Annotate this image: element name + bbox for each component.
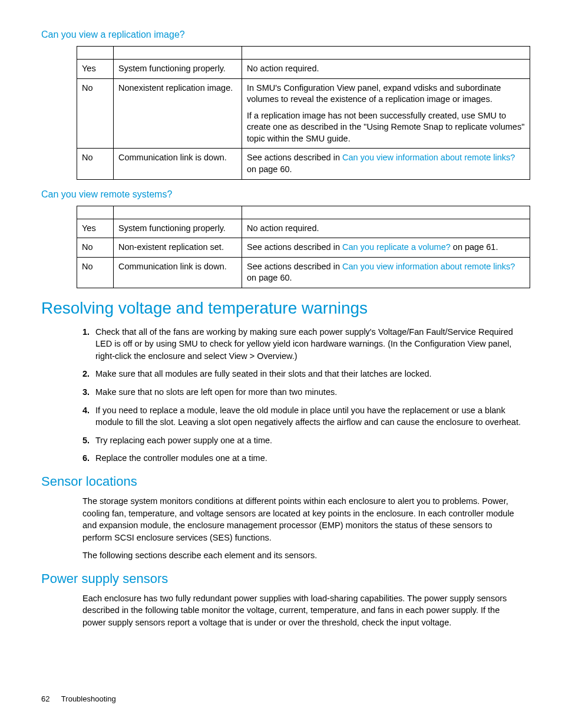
action-cell: See actions described in Can you view in…: [242, 149, 530, 179]
cross-ref-link[interactable]: Can you view information about remote li…: [342, 262, 515, 271]
answer-cell: No: [77, 238, 114, 258]
answer-cell: No: [77, 149, 114, 179]
action-pre: See actions described in: [247, 153, 342, 162]
voltage-temp-steps: 1.Check that all of the fans are working…: [82, 326, 521, 465]
table-replication-image: Yes System functioning properly. No acti…: [77, 46, 530, 180]
list-item: 3.Make sure that no slots are left open …: [82, 386, 521, 398]
list-number: 1.: [82, 326, 90, 338]
heading-replication-image: Can you view a replication image?: [41, 29, 521, 40]
action-para: If a replication image has not been succ…: [247, 110, 525, 145]
cause-cell: System functioning properly.: [114, 60, 242, 79]
action-para: In SMU's Configuration View panel, expan…: [247, 83, 525, 106]
list-item: 6.Replace the controller modules one at …: [82, 452, 521, 465]
list-number: 4.: [82, 404, 90, 417]
heading-voltage-temp: Resolving voltage and temperature warnin…: [41, 299, 521, 318]
body-para: The storage system monitors conditions a…: [82, 495, 521, 543]
cause-cell: Communication link is down.: [114, 149, 242, 179]
cause-cell: Non-existent replication set.: [114, 238, 242, 258]
page-footer: 62 Troubleshooting: [41, 694, 116, 703]
action-cell: No action required.: [242, 219, 530, 238]
list-number: 6.: [82, 452, 90, 465]
cause-cell: Nonexistent replication image.: [114, 78, 242, 149]
action-post: on page 60.: [247, 164, 292, 174]
list-text: Try replacing each power supply one at a…: [95, 436, 272, 445]
table-remote-systems: Yes System functioning properly. No acti…: [77, 206, 530, 288]
action-cell: No action required.: [242, 60, 530, 79]
cross-ref-link[interactable]: Can you replicate a volume?: [342, 242, 451, 252]
list-number: 5.: [82, 434, 90, 447]
action-pre: See actions described in: [247, 242, 342, 252]
body-para: Each enclosure has two fully redundant p…: [82, 592, 521, 629]
list-item: 1.Check that all of the fans are working…: [82, 326, 521, 363]
action-cell: See actions described in Can you replica…: [242, 238, 530, 258]
list-item: 4.If you need to replace a module, leave…: [82, 404, 521, 429]
answer-cell: Yes: [77, 219, 114, 238]
list-number: 3.: [82, 386, 90, 398]
footer-section: Troubleshooting: [61, 694, 116, 703]
table-row: No Communication link is down. See actio…: [77, 257, 530, 288]
action-cell: See actions described in Can you view in…: [242, 257, 530, 288]
action-pre: See actions described in: [247, 262, 342, 271]
answer-cell: Yes: [77, 60, 114, 79]
list-text: Make sure that no slots are left open fo…: [95, 387, 337, 397]
table-row: Yes System functioning properly. No acti…: [77, 219, 530, 238]
list-number: 2.: [82, 368, 90, 380]
answer-cell: No: [77, 257, 114, 288]
list-text: Check that all of the fans are working b…: [95, 327, 513, 361]
action-post: on page 61.: [451, 242, 498, 252]
cause-cell: System functioning properly.: [114, 219, 242, 238]
body-para: The following sections describe each ele…: [82, 549, 521, 562]
list-text: Replace the controller modules one at a …: [95, 453, 267, 463]
action-post: on page 60.: [247, 273, 292, 282]
list-text: If you need to replace a module, leave t…: [95, 406, 521, 427]
heading-remote-systems: Can you view remote systems?: [41, 189, 521, 200]
list-item: 2.Make sure that all modules are fully s…: [82, 368, 521, 380]
table-row: No Nonexistent replication image. In SMU…: [77, 78, 530, 149]
cross-ref-link[interactable]: Can you view information about remote li…: [342, 153, 515, 162]
page-number: 62: [41, 694, 49, 703]
list-item: 5.Try replacing each power supply one at…: [82, 434, 521, 447]
list-text: Make sure that all modules are fully sea…: [95, 369, 432, 378]
cause-cell: Communication link is down.: [114, 257, 242, 288]
table-row: No Non-existent replication set. See act…: [77, 238, 530, 258]
action-cell: In SMU's Configuration View panel, expan…: [242, 78, 530, 149]
table-row: Yes System functioning properly. No acti…: [77, 60, 530, 79]
heading-power-supply-sensors: Power supply sensors: [41, 571, 521, 587]
heading-sensor-locations: Sensor locations: [41, 474, 521, 489]
answer-cell: No: [77, 78, 114, 149]
table-row: No Communication link is down. See actio…: [77, 149, 530, 179]
